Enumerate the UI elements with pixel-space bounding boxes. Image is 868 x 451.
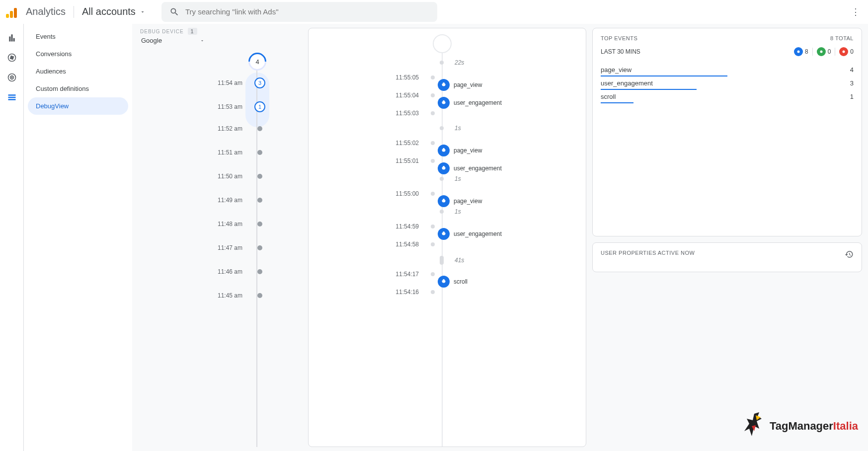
gap-mark xyxy=(440,61,444,65)
user-properties-card: USER PROPERTIES ACTIVE NOW xyxy=(592,242,862,272)
minute-dot xyxy=(257,198,262,203)
minute-time: 11:46 am xyxy=(213,268,242,275)
event-name: page_view xyxy=(454,81,482,88)
brand-name: Analytics xyxy=(26,6,66,17)
minute-track xyxy=(256,58,257,447)
rail-reports-icon[interactable] xyxy=(6,32,18,44)
device-name: Google xyxy=(141,37,162,44)
top-event-count: 1 xyxy=(850,93,854,100)
top-events-card: TOP EVENTS 8 TOTAL LAST 30 MINS 800 page… xyxy=(592,28,862,236)
seconds-timeline-panel: 22s11:55:05page_view11:55:04user_engagem… xyxy=(308,28,586,447)
event-row[interactable]: user_engagement xyxy=(309,228,586,240)
event-row[interactable]: page_view xyxy=(309,79,586,91)
header-menu-icon[interactable]: ⋮ xyxy=(851,6,862,17)
account-selector[interactable]: All accounts xyxy=(82,6,146,17)
minute-time: 11:47 am xyxy=(213,244,242,251)
top-event-bar xyxy=(601,102,633,103)
sidebar-item-conversions[interactable]: Conversions xyxy=(28,45,128,63)
minute-time: 11:53 am xyxy=(213,103,242,110)
minute-row[interactable]: 11:47 am xyxy=(213,244,262,251)
minute-head[interactable]: 4 xyxy=(245,49,270,75)
minute-time: 11:50 am xyxy=(213,173,242,180)
minute-row[interactable]: 11:52 am xyxy=(213,125,262,132)
minute-time: 11:51 am xyxy=(213,149,242,156)
event-name: user_engagement xyxy=(454,230,502,237)
gap-label: 41s xyxy=(455,257,464,264)
chip-count: 0 xyxy=(850,48,854,55)
event-row[interactable]: page_view xyxy=(309,195,586,207)
event-icon xyxy=(438,145,450,156)
sidebar-item-audiences[interactable]: Audiences xyxy=(28,63,128,80)
time-gap: 41s xyxy=(309,256,586,265)
icon-rail xyxy=(0,24,24,451)
rail-configure-icon[interactable] xyxy=(6,91,18,103)
minute-dot xyxy=(257,174,262,179)
second-tick: 11:55:03 xyxy=(309,110,586,117)
event-type-chip[interactable]: 8 xyxy=(794,47,808,56)
chevron-down-icon xyxy=(200,38,205,43)
minute-count-circle[interactable]: 3 xyxy=(254,77,265,88)
chip-icon xyxy=(794,47,803,56)
rail-explore-icon[interactable] xyxy=(6,52,18,64)
minute-count-circle[interactable]: 1 xyxy=(254,101,265,112)
minute-dot xyxy=(257,293,262,298)
sidebar: Events Conversions Audiences Custom defi… xyxy=(24,24,132,451)
search-bar[interactable] xyxy=(161,2,437,22)
minute-dot xyxy=(257,150,262,155)
top-event-row[interactable]: scroll1 xyxy=(601,90,854,103)
event-name: user_engagement xyxy=(454,99,502,106)
sidebar-item-debugview[interactable]: DebugView xyxy=(28,97,128,115)
svg-point-5 xyxy=(820,51,822,53)
minute-row[interactable]: 11:46 am xyxy=(213,268,262,275)
minute-row[interactable]: 11:54 am3 xyxy=(213,77,265,88)
svg-point-4 xyxy=(797,51,799,53)
chip-icon xyxy=(817,47,826,56)
gap-label: 1s xyxy=(455,208,461,215)
event-row[interactable]: user_engagement xyxy=(309,162,586,174)
search-icon xyxy=(169,7,179,17)
top-event-name: scroll xyxy=(601,93,616,100)
search-input[interactable] xyxy=(185,7,429,16)
time-gap: 22s xyxy=(309,59,586,66)
watermark: TagManagerItalia xyxy=(742,411,858,441)
device-selector[interactable]: Google xyxy=(138,35,208,46)
analytics-logo-icon xyxy=(6,6,18,18)
bird-icon xyxy=(742,411,767,441)
seconds-head xyxy=(433,34,452,53)
gap-mark xyxy=(440,256,444,265)
sidebar-item-custom-definitions[interactable]: Custom definitions xyxy=(28,80,128,97)
event-icon xyxy=(438,228,450,240)
minute-row[interactable]: 11:51 am xyxy=(213,149,262,156)
debug-device-count: 1 xyxy=(188,28,197,35)
history-icon[interactable] xyxy=(845,250,854,259)
gap-label: 1s xyxy=(455,125,461,132)
top-events-title: TOP EVENTS xyxy=(601,35,637,41)
time-gap: 1s xyxy=(309,208,586,215)
minute-row[interactable]: 11:45 am xyxy=(213,292,262,299)
event-name: page_view xyxy=(454,147,482,154)
minute-time: 11:54 am xyxy=(213,79,242,86)
minute-row[interactable]: 11:48 am xyxy=(213,221,262,227)
top-event-row[interactable]: user_engagement3 xyxy=(601,76,854,90)
event-row[interactable]: user_engagement xyxy=(309,97,586,109)
top-event-name: user_engagement xyxy=(601,79,653,87)
minute-row[interactable]: 11:53 am1 xyxy=(213,101,265,112)
app-header: Analytics All accounts ⋮ xyxy=(0,0,868,24)
minute-row[interactable]: 11:49 am xyxy=(213,197,262,204)
minute-row[interactable]: 11:50 am xyxy=(213,173,262,180)
second-time: 11:54:58 xyxy=(309,241,428,248)
chip-count: 0 xyxy=(828,48,831,55)
second-mark xyxy=(431,242,435,246)
top-event-row[interactable]: page_view4 xyxy=(601,63,854,76)
event-type-chip[interactable]: 0 xyxy=(817,47,831,56)
minute-time: 11:48 am xyxy=(213,221,242,227)
account-label: All accounts xyxy=(82,6,136,17)
chip-icon xyxy=(839,47,848,56)
event-row[interactable]: page_view xyxy=(309,145,586,156)
event-icon xyxy=(438,79,450,91)
rail-advertising-icon[interactable] xyxy=(6,72,18,83)
sidebar-item-events[interactable]: Events xyxy=(28,28,128,45)
event-row[interactable]: scroll xyxy=(309,276,586,288)
second-time: 11:54:16 xyxy=(309,289,428,296)
event-type-chip[interactable]: 0 xyxy=(839,47,854,56)
